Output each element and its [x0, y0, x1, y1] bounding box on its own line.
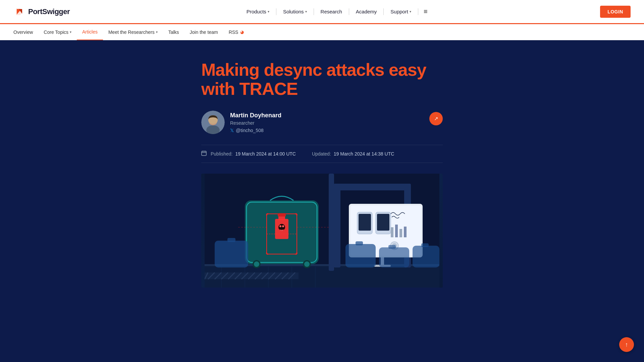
- twitter-icon: 𝕏: [230, 128, 234, 133]
- published-label: Published:: [211, 151, 232, 157]
- hero-illustration: [201, 174, 443, 288]
- hamburger-menu-icon[interactable]: ≡: [424, 8, 428, 15]
- author-details: Martin Doyhenard Researcher 𝕏 @tincho_50…: [230, 112, 281, 133]
- svg-rect-32: [334, 184, 411, 190]
- svg-rect-78: [379, 247, 409, 267]
- products-chevron-icon: ▾: [268, 10, 269, 13]
- svg-point-53: [278, 224, 285, 231]
- svg-rect-77: [356, 241, 363, 245]
- published-date: 19 March 2024 at 14:00 UTC: [235, 151, 296, 157]
- meet-researchers-chevron-icon: ▾: [156, 30, 158, 34]
- nav-separator-3: [349, 8, 349, 15]
- nav-item-research[interactable]: Research: [317, 7, 346, 16]
- portswigger-logo-icon: [13, 6, 25, 18]
- dates-section: Published: 19 March 2024 at 14:00 UTC Up…: [201, 145, 443, 163]
- nav-item-support[interactable]: Support ▾: [386, 7, 415, 16]
- nav-item-products[interactable]: Products ▾: [243, 7, 273, 16]
- sec-nav-join-team[interactable]: Join the team: [184, 24, 223, 40]
- sec-nav-overview[interactable]: Overview: [13, 24, 38, 40]
- scroll-to-top-button[interactable]: ↑: [619, 337, 634, 352]
- updated-label: Updated:: [312, 151, 331, 157]
- author-twitter-link[interactable]: 𝕏 @tincho_508: [230, 128, 281, 133]
- svg-rect-66: [391, 227, 393, 237]
- svg-rect-80: [413, 246, 439, 267]
- svg-rect-74: [215, 241, 248, 267]
- author-name: Martin Doyhenard: [230, 112, 281, 119]
- sec-nav-rss[interactable]: RSS ◕: [223, 24, 250, 40]
- sec-nav-meet-researchers[interactable]: Meet the Researchers ▾: [103, 24, 163, 40]
- hero-image: [201, 174, 443, 288]
- core-topics-chevron-icon: ▾: [70, 30, 71, 34]
- share-icon: ↗: [434, 116, 438, 122]
- rss-icon: ◕: [240, 29, 244, 35]
- svg-point-55: [282, 225, 284, 227]
- svg-rect-76: [345, 244, 376, 267]
- svg-rect-81: [421, 243, 429, 247]
- author-avatar: [201, 111, 225, 134]
- nav-separator-5: [418, 8, 418, 15]
- support-chevron-icon: ▾: [410, 10, 411, 13]
- top-bar: PortSwigger Products ▾ Solutions ▾ Resea…: [0, 0, 644, 24]
- svg-rect-64: [359, 214, 371, 231]
- svg-rect-69: [404, 227, 407, 237]
- svg-rect-79: [388, 245, 396, 249]
- svg-rect-75: [227, 238, 235, 242]
- svg-point-39: [304, 261, 310, 267]
- solutions-chevron-icon: ▾: [305, 10, 307, 13]
- nav-item-academy[interactable]: Academy: [352, 7, 381, 16]
- sec-nav-articles[interactable]: Articles: [77, 24, 103, 40]
- sec-nav-talks[interactable]: Talks: [163, 24, 184, 40]
- scroll-top-icon: ↑: [625, 341, 628, 348]
- svg-rect-31: [334, 184, 340, 267]
- nav-item-solutions[interactable]: Solutions ▾: [279, 7, 311, 16]
- article-container: Making desync attacks easy with TRACE: [201, 60, 443, 288]
- top-navigation: Products ▾ Solutions ▾ Research Academy …: [243, 7, 428, 16]
- login-button[interactable]: LOGIN: [600, 6, 631, 18]
- nav-separator-4: [383, 8, 384, 15]
- article-title: Making desync attacks easy with TRACE: [201, 60, 443, 99]
- svg-point-37: [254, 261, 259, 267]
- svg-rect-82: [329, 174, 334, 271]
- svg-rect-67: [395, 225, 398, 237]
- share-button[interactable]: ↗: [429, 112, 443, 125]
- nav-separator-1: [276, 8, 276, 15]
- author-info: Martin Doyhenard Researcher 𝕏 @tincho_50…: [201, 111, 281, 134]
- svg-rect-4: [202, 151, 206, 156]
- updated-date: 19 March 2024 at 14:38 UTC: [334, 151, 394, 157]
- secondary-navigation: Overview Core Topics ▾ Articles Meet the…: [0, 24, 644, 40]
- logo-text: PortSwigger: [28, 7, 70, 16]
- calendar-icon: [201, 150, 207, 157]
- svg-rect-68: [399, 229, 402, 237]
- svg-rect-52: [278, 213, 286, 217]
- nav-separator-2: [314, 8, 314, 15]
- svg-point-54: [279, 225, 281, 227]
- main-content: Making desync attacks easy with TRACE: [0, 40, 644, 362]
- author-section: Martin Doyhenard Researcher 𝕏 @tincho_50…: [201, 111, 443, 134]
- author-role: Researcher: [230, 120, 281, 126]
- svg-rect-65: [377, 214, 389, 231]
- logo[interactable]: PortSwigger: [13, 6, 70, 18]
- sec-nav-core-topics[interactable]: Core Topics ▾: [38, 24, 77, 40]
